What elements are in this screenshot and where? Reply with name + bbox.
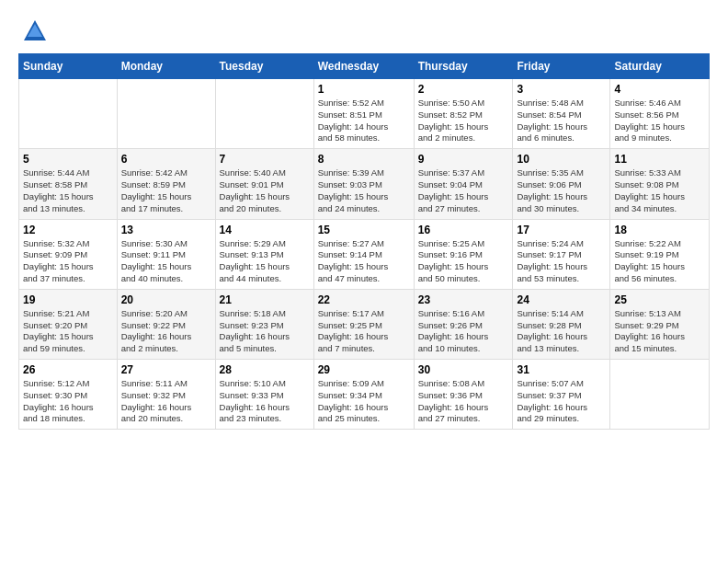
calendar-day-cell: 14Sunrise: 5:29 AM Sunset: 9:13 PM Dayli… — [215, 219, 313, 289]
day-of-week-header: Sunday — [19, 54, 118, 79]
day-info: Sunrise: 5:33 AM Sunset: 9:08 PM Dayligh… — [614, 167, 705, 214]
calendar-day-cell: 22Sunrise: 5:17 AM Sunset: 9:25 PM Dayli… — [313, 289, 414, 359]
day-info: Sunrise: 5:21 AM Sunset: 9:20 PM Dayligh… — [23, 308, 113, 355]
day-info: Sunrise: 5:46 AM Sunset: 8:56 PM Dayligh… — [614, 98, 705, 144]
day-number: 10 — [517, 153, 606, 166]
day-info: Sunrise: 5:07 AM Sunset: 9:37 PM Dayligh… — [517, 378, 606, 425]
day-info: Sunrise: 5:27 AM Sunset: 9:14 PM Dayligh… — [318, 238, 410, 285]
day-number: 20 — [121, 293, 211, 306]
calendar-day-cell: 19Sunrise: 5:21 AM Sunset: 9:20 PM Dayli… — [19, 289, 118, 359]
day-number: 24 — [517, 293, 606, 306]
day-info: Sunrise: 5:24 AM Sunset: 9:17 PM Dayligh… — [517, 238, 606, 285]
calendar-week-row: 1Sunrise: 5:52 AM Sunset: 8:51 PM Daylig… — [19, 79, 710, 149]
calendar-day-cell: 27Sunrise: 5:11 AM Sunset: 9:32 PM Dayli… — [117, 360, 215, 430]
day-info: Sunrise: 5:39 AM Sunset: 9:03 PM Dayligh… — [318, 167, 410, 214]
calendar-day-cell — [610, 360, 710, 430]
calendar-day-cell: 16Sunrise: 5:25 AM Sunset: 9:16 PM Dayli… — [414, 219, 513, 289]
day-info: Sunrise: 5:25 AM Sunset: 9:16 PM Dayligh… — [418, 238, 509, 285]
day-of-week-header: Tuesday — [215, 54, 313, 79]
calendar-day-cell: 8Sunrise: 5:39 AM Sunset: 9:03 PM Daylig… — [313, 149, 414, 219]
calendar-day-cell: 24Sunrise: 5:14 AM Sunset: 9:28 PM Dayli… — [513, 289, 610, 359]
day-info: Sunrise: 5:40 AM Sunset: 9:01 PM Dayligh… — [220, 167, 310, 214]
calendar-day-cell: 6Sunrise: 5:42 AM Sunset: 8:59 PM Daylig… — [117, 149, 215, 219]
day-number: 19 — [23, 293, 113, 306]
day-info: Sunrise: 5:11 AM Sunset: 9:32 PM Dayligh… — [121, 378, 211, 425]
day-info: Sunrise: 5:42 AM Sunset: 8:59 PM Dayligh… — [121, 167, 211, 214]
calendar-day-cell: 12Sunrise: 5:32 AM Sunset: 9:09 PM Dayli… — [19, 219, 118, 289]
day-of-week-header: Friday — [513, 54, 610, 79]
day-number: 6 — [121, 153, 211, 166]
calendar-day-cell: 28Sunrise: 5:10 AM Sunset: 9:33 PM Dayli… — [215, 360, 313, 430]
day-number: 30 — [418, 363, 509, 376]
day-number: 26 — [23, 363, 113, 376]
calendar-day-cell: 3Sunrise: 5:48 AM Sunset: 8:54 PM Daylig… — [513, 79, 610, 149]
day-info: Sunrise: 5:44 AM Sunset: 8:58 PM Dayligh… — [23, 167, 113, 214]
day-info: Sunrise: 5:37 AM Sunset: 9:04 PM Dayligh… — [418, 167, 509, 214]
page-header — [18, 18, 710, 44]
calendar-day-cell: 15Sunrise: 5:27 AM Sunset: 9:14 PM Dayli… — [313, 219, 414, 289]
calendar-table: SundayMondayTuesdayWednesdayThursdayFrid… — [18, 53, 710, 430]
calendar-day-cell: 30Sunrise: 5:08 AM Sunset: 9:36 PM Dayli… — [414, 360, 513, 430]
day-of-week-header: Monday — [117, 54, 215, 79]
calendar-week-row: 26Sunrise: 5:12 AM Sunset: 9:30 PM Dayli… — [19, 360, 710, 430]
calendar-week-row: 19Sunrise: 5:21 AM Sunset: 9:20 PM Dayli… — [19, 289, 710, 359]
calendar-day-cell: 9Sunrise: 5:37 AM Sunset: 9:04 PM Daylig… — [414, 149, 513, 219]
day-info: Sunrise: 5:12 AM Sunset: 9:30 PM Dayligh… — [23, 378, 113, 425]
day-info: Sunrise: 5:30 AM Sunset: 9:11 PM Dayligh… — [121, 238, 211, 285]
day-number: 23 — [418, 293, 509, 306]
calendar-day-cell: 31Sunrise: 5:07 AM Sunset: 9:37 PM Dayli… — [513, 360, 610, 430]
calendar-day-cell: 25Sunrise: 5:13 AM Sunset: 9:29 PM Dayli… — [610, 289, 710, 359]
day-number: 5 — [23, 153, 113, 166]
day-info: Sunrise: 5:20 AM Sunset: 9:22 PM Dayligh… — [121, 308, 211, 355]
day-number: 22 — [318, 293, 410, 306]
calendar-day-cell: 21Sunrise: 5:18 AM Sunset: 9:23 PM Dayli… — [215, 289, 313, 359]
day-number: 28 — [220, 363, 310, 376]
day-info: Sunrise: 5:22 AM Sunset: 9:19 PM Dayligh… — [614, 238, 705, 285]
calendar-day-cell: 11Sunrise: 5:33 AM Sunset: 9:08 PM Dayli… — [610, 149, 710, 219]
day-info: Sunrise: 5:29 AM Sunset: 9:13 PM Dayligh… — [220, 238, 310, 285]
day-number: 27 — [121, 363, 211, 376]
day-number: 11 — [614, 153, 705, 166]
day-number: 1 — [318, 83, 410, 96]
calendar-day-cell — [19, 79, 118, 149]
calendar-day-cell — [215, 79, 313, 149]
day-number: 18 — [614, 224, 705, 236]
day-number: 31 — [517, 363, 606, 376]
calendar-day-cell: 7Sunrise: 5:40 AM Sunset: 9:01 PM Daylig… — [215, 149, 313, 219]
day-number: 14 — [220, 224, 310, 236]
day-number: 25 — [614, 293, 705, 306]
day-of-week-header: Wednesday — [313, 54, 414, 79]
calendar-header-row: SundayMondayTuesdayWednesdayThursdayFrid… — [19, 54, 710, 79]
calendar-day-cell — [117, 79, 215, 149]
day-info: Sunrise: 5:08 AM Sunset: 9:36 PM Dayligh… — [418, 378, 509, 425]
day-number: 29 — [318, 363, 410, 376]
day-info: Sunrise: 5:09 AM Sunset: 9:34 PM Dayligh… — [318, 378, 410, 425]
day-number: 17 — [517, 224, 606, 236]
calendar-day-cell: 5Sunrise: 5:44 AM Sunset: 8:58 PM Daylig… — [19, 149, 118, 219]
day-info: Sunrise: 5:50 AM Sunset: 8:52 PM Dayligh… — [418, 98, 509, 144]
day-info: Sunrise: 5:48 AM Sunset: 8:54 PM Dayligh… — [517, 98, 606, 144]
day-number: 4 — [614, 83, 705, 96]
calendar-day-cell: 13Sunrise: 5:30 AM Sunset: 9:11 PM Dayli… — [117, 219, 215, 289]
calendar-day-cell: 26Sunrise: 5:12 AM Sunset: 9:30 PM Dayli… — [19, 360, 118, 430]
calendar-day-cell: 2Sunrise: 5:50 AM Sunset: 8:52 PM Daylig… — [414, 79, 513, 149]
day-info: Sunrise: 5:13 AM Sunset: 9:29 PM Dayligh… — [614, 308, 705, 355]
calendar-day-cell: 29Sunrise: 5:09 AM Sunset: 9:34 PM Dayli… — [313, 360, 414, 430]
day-info: Sunrise: 5:52 AM Sunset: 8:51 PM Dayligh… — [318, 98, 410, 144]
day-number: 15 — [318, 224, 410, 236]
day-number: 12 — [23, 224, 113, 236]
calendar-day-cell: 4Sunrise: 5:46 AM Sunset: 8:56 PM Daylig… — [610, 79, 710, 149]
day-of-week-header: Thursday — [414, 54, 513, 79]
day-number: 8 — [318, 153, 410, 166]
day-info: Sunrise: 5:32 AM Sunset: 9:09 PM Dayligh… — [23, 238, 113, 285]
calendar-day-cell: 10Sunrise: 5:35 AM Sunset: 9:06 PM Dayli… — [513, 149, 610, 219]
day-number: 21 — [220, 293, 310, 306]
day-number: 16 — [418, 224, 509, 236]
calendar-day-cell: 18Sunrise: 5:22 AM Sunset: 9:19 PM Dayli… — [610, 219, 710, 289]
day-number: 3 — [517, 83, 606, 96]
day-info: Sunrise: 5:16 AM Sunset: 9:26 PM Dayligh… — [418, 308, 509, 355]
day-number: 9 — [418, 153, 509, 166]
day-of-week-header: Saturday — [610, 54, 710, 79]
calendar-day-cell: 1Sunrise: 5:52 AM Sunset: 8:51 PM Daylig… — [313, 79, 414, 149]
logo — [18, 18, 48, 44]
